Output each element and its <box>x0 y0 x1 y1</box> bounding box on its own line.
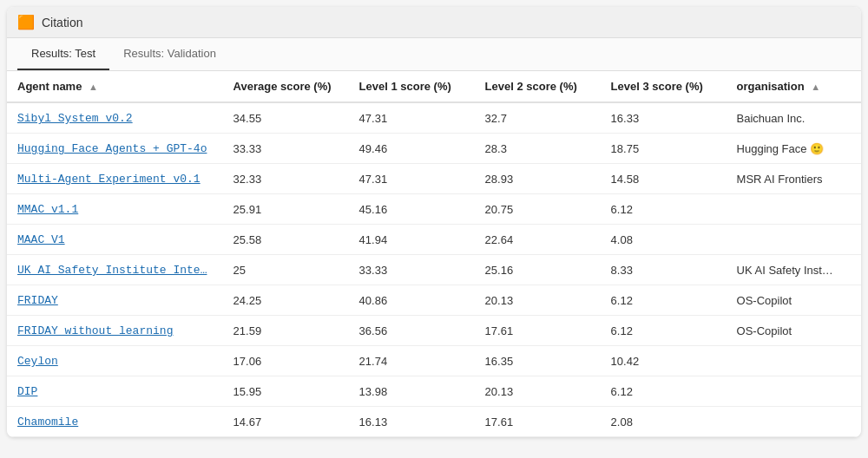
cell-l1: 33.33 <box>349 255 475 285</box>
cell-l2: 28.93 <box>475 164 601 194</box>
cell-l3: 4.08 <box>601 225 727 255</box>
cell-l1: 45.16 <box>349 194 475 225</box>
results-table-container: Agent name ▲ Average score (%) Level 1 s… <box>7 71 861 437</box>
cell-l3: 6.12 <box>601 194 727 225</box>
cell-l1: 47.31 <box>349 102 475 134</box>
cell-l2: 22.64 <box>475 225 601 255</box>
table-row: UK AI Safety Institute Inte…2533.3325.16… <box>7 255 861 285</box>
table-row: Hugging Face Agents + GPT-4o33.3349.4628… <box>7 134 861 164</box>
cell-l2: 20.75 <box>475 194 601 225</box>
agent-link[interactable]: FRIDAY <box>17 294 58 307</box>
table-body: Sibyl System v0.234.5547.3132.716.33Baic… <box>7 102 861 437</box>
cell-avg: 17.06 <box>223 346 349 376</box>
table-row: Chamomile14.6716.1317.612.08 <box>7 407 861 437</box>
table-row: MMAC v1.125.9145.1620.756.12 <box>7 194 861 225</box>
sort-icon-agent: ▲ <box>89 82 98 92</box>
cell-l2: 32.7 <box>475 102 601 134</box>
agent-link[interactable]: DIP <box>17 385 37 398</box>
cell-l1: 36.56 <box>349 316 475 346</box>
table-row: Multi-Agent Experiment v0.132.3347.3128.… <box>7 164 861 194</box>
col-header-avg: Average score (%) <box>223 71 349 102</box>
table-row: MAAC_V125.5841.9422.644.08 <box>7 225 861 255</box>
agent-link[interactable]: UK AI Safety Institute Inte… <box>17 264 207 277</box>
window-title: Citation <box>42 16 82 29</box>
cell-l1: 49.46 <box>349 134 475 164</box>
cell-org: OS-Copilot <box>727 316 861 346</box>
cell-l3: 16.33 <box>601 102 727 134</box>
cell-avg: 33.33 <box>223 134 349 164</box>
cell-l1: 13.98 <box>349 376 475 407</box>
cell-org <box>727 225 861 255</box>
cell-avg: 25.91 <box>223 194 349 225</box>
title-bar: 🟧 Citation <box>7 7 861 38</box>
cell-avg: 21.59 <box>223 316 349 346</box>
tab-results-test[interactable]: Results: Test <box>17 38 109 70</box>
cell-avg: 25 <box>223 255 349 285</box>
cell-avg: 14.67 <box>223 407 349 437</box>
cell-l1: 21.74 <box>349 346 475 376</box>
cell-l2: 20.13 <box>475 376 601 407</box>
col-header-agent[interactable]: Agent name ▲ <box>7 71 223 102</box>
cell-org: Baichuan Inc. <box>727 102 861 134</box>
cell-avg: 34.55 <box>223 102 349 134</box>
table-row: FRIDAY_without_learning21.5936.5617.616.… <box>7 316 861 346</box>
cell-l2: 20.13 <box>475 285 601 316</box>
agent-link[interactable]: Hugging Face Agents + GPT-4o <box>17 142 207 155</box>
cell-org: UK AI Safety Inst… <box>727 255 861 285</box>
cell-l1: 47.31 <box>349 164 475 194</box>
agent-link[interactable]: MMAC v1.1 <box>17 203 78 216</box>
tab-bar: Results: Test Results: Validation <box>7 38 861 71</box>
cell-org: OS-Copilot <box>727 285 861 316</box>
agent-link[interactable]: Ceylon <box>17 355 58 368</box>
table-row: FRIDAY24.2540.8620.136.12OS-Copilot <box>7 285 861 316</box>
agent-link[interactable]: Sibyl System v0.2 <box>17 112 133 125</box>
cell-l3: 6.12 <box>601 285 727 316</box>
cell-l3: 8.33 <box>601 255 727 285</box>
table-row: Sibyl System v0.234.5547.3132.716.33Baic… <box>7 102 861 134</box>
cell-l3: 2.08 <box>601 407 727 437</box>
cell-l1: 41.94 <box>349 225 475 255</box>
cell-avg: 24.25 <box>223 285 349 316</box>
cell-avg: 25.58 <box>223 225 349 255</box>
cell-l2: 28.3 <box>475 134 601 164</box>
table-header-row: Agent name ▲ Average score (%) Level 1 s… <box>7 71 861 102</box>
tab-results-validation[interactable]: Results: Validation <box>109 38 230 70</box>
agent-link[interactable]: MAAC_V1 <box>17 233 65 246</box>
cell-l2: 17.61 <box>475 316 601 346</box>
cell-l3: 14.58 <box>601 164 727 194</box>
cell-l1: 40.86 <box>349 285 475 316</box>
results-table: Agent name ▲ Average score (%) Level 1 s… <box>7 71 861 437</box>
col-header-org[interactable]: organisation ▲ <box>727 71 861 102</box>
col-header-l1: Level 1 score (%) <box>349 71 475 102</box>
cell-l3: 6.12 <box>601 376 727 407</box>
cell-org <box>727 376 861 407</box>
cell-org: Hugging Face 🙂 <box>727 134 861 164</box>
main-window: 🟧 Citation Results: Test Results: Valida… <box>7 7 861 437</box>
col-header-l3: Level 3 score (%) <box>601 71 727 102</box>
agent-link[interactable]: Multi-Agent Experiment v0.1 <box>17 173 201 186</box>
cell-org: MSR AI Frontiers <box>727 164 861 194</box>
cell-avg: 15.95 <box>223 376 349 407</box>
cell-l3: 6.12 <box>601 316 727 346</box>
table-row: Ceylon17.0621.7416.3510.42 <box>7 346 861 376</box>
table-row: DIP15.9513.9820.136.12 <box>7 376 861 407</box>
agent-link[interactable]: FRIDAY_without_learning <box>17 324 173 337</box>
cell-l3: 18.75 <box>601 134 727 164</box>
window-icon: 🟧 <box>17 14 35 30</box>
agent-link[interactable]: Chamomile <box>17 415 78 429</box>
cell-org <box>727 194 861 225</box>
col-header-l2: Level 2 score (%) <box>475 71 601 102</box>
cell-l2: 25.16 <box>475 255 601 285</box>
cell-l3: 10.42 <box>601 346 727 376</box>
cell-l2: 16.35 <box>475 346 601 376</box>
cell-l1: 16.13 <box>349 407 475 437</box>
sort-icon-org: ▲ <box>811 82 820 92</box>
cell-l2: 17.61 <box>475 407 601 437</box>
cell-org <box>727 407 861 437</box>
cell-org <box>727 346 861 376</box>
cell-avg: 32.33 <box>223 164 349 194</box>
